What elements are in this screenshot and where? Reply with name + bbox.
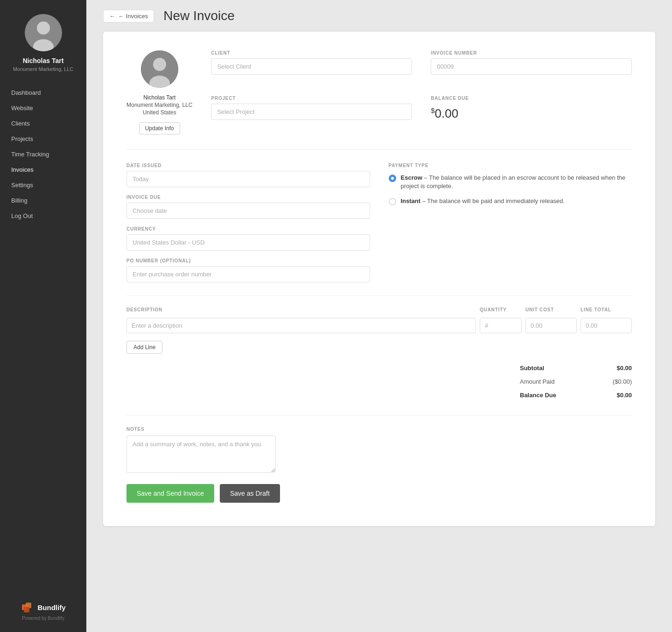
svg-point-1	[37, 21, 50, 35]
subtotal-label: Subtotal	[520, 365, 544, 372]
subtotal-row: Subtotal $0.00	[520, 361, 632, 375]
client-label: CLIENT	[211, 50, 412, 56]
project-field: PROJECT	[211, 96, 412, 134]
invoice-number-input[interactable]	[431, 58, 632, 75]
amount-paid-row: Amount Paid ($0.00)	[520, 375, 632, 388]
line-item-row	[126, 318, 632, 333]
payment-escrow-text: Escrow – The balance will be placed in a…	[401, 174, 632, 190]
invoice-number-label: INVOICE NUMBER	[431, 50, 632, 56]
sidebar-brand: Bundlify Powered by Bundlify	[21, 601, 66, 632]
update-info-button[interactable]: Update Info	[139, 122, 180, 134]
line-items-section: DESCRIPTION QUANTITY UNIT COST LINE TOTA…	[126, 295, 632, 402]
header-description: DESCRIPTION	[126, 307, 476, 312]
amount-paid-value: ($0.00)	[613, 378, 632, 385]
balance-due-total-label: Balance Due	[520, 392, 556, 399]
invoice-card: Nicholas Tart Monument Marketing, LLC Un…	[103, 32, 655, 526]
balance-due-field: BALANCE DUE $0.00	[431, 96, 632, 134]
notes-label: NOTES	[126, 427, 632, 432]
payment-type-group: Escrow – The balance will be placed in a…	[389, 174, 632, 206]
sidebar-item-projects[interactable]: Projects	[0, 131, 86, 147]
client-input[interactable]	[211, 58, 412, 75]
back-arrow-icon: ←	[109, 13, 115, 20]
card-form-columns: CLIENT INVOICE NUMBER PROJECT BALANCE DU…	[211, 50, 632, 134]
sidebar-item-website[interactable]: Website	[0, 100, 86, 116]
main-header: ← ← Invoices New Invoice	[86, 0, 672, 32]
page-title: New Invoice	[163, 8, 235, 23]
card-user-country: United States	[143, 109, 176, 116]
balance-due-row: Balance Due $0.00	[520, 388, 632, 402]
date-issued-label: DATE ISSUED	[126, 163, 370, 168]
radio-escrow[interactable]	[389, 175, 396, 182]
svg-rect-5	[24, 607, 29, 612]
currency-field: CURRENCY	[126, 226, 370, 251]
middle-section: DATE ISSUED INVOICE DUE CURRENCY PO NUMB…	[126, 163, 632, 282]
invoice-number-field: INVOICE NUMBER	[431, 50, 632, 88]
card-avatar-column: Nicholas Tart Monument Marketing, LLC Un…	[126, 50, 192, 134]
sidebar-item-dashboard[interactable]: Dashboard	[0, 85, 86, 100]
line-items-header: DESCRIPTION QUANTITY UNIT COST LINE TOTA…	[126, 307, 632, 312]
description-input[interactable]	[126, 318, 476, 333]
save-draft-button[interactable]: Save as Draft	[220, 484, 280, 503]
totals-table: Subtotal $0.00 Amount Paid ($0.00) Balan…	[520, 361, 632, 402]
sidebar: Nicholas Tart Monument Marketing, LLC Da…	[0, 0, 86, 632]
invoice-due-field: INVOICE DUE	[126, 195, 370, 219]
sidebar-username: Nicholas Tart	[23, 57, 64, 64]
notes-textarea[interactable]	[126, 435, 276, 473]
sidebar-item-time-tracking[interactable]: Time Tracking	[0, 147, 86, 162]
amount-paid-label: Amount Paid	[520, 378, 554, 385]
po-label: PO NUMBER (OPTIONAL)	[126, 258, 370, 263]
payment-instant-text: Instant – The balance will be paid and i…	[401, 197, 565, 205]
quantity-input[interactable]	[480, 318, 522, 333]
radio-instant[interactable]	[389, 198, 396, 205]
sidebar-item-logout[interactable]: Log Out	[0, 208, 86, 224]
currency-label: CURRENCY	[126, 226, 370, 232]
save-send-button[interactable]: Save and Send Invoice	[126, 484, 214, 503]
invoice-due-input[interactable]	[126, 203, 370, 219]
main-content: ← ← Invoices New Invoice Nicholas Tart M…	[86, 0, 672, 632]
sidebar-item-billing[interactable]: Billing	[0, 193, 86, 208]
card-user-name: Nicholas Tart	[143, 94, 175, 101]
card-top-section: Nicholas Tart Monument Marketing, LLC Un…	[126, 50, 632, 134]
add-line-button[interactable]: Add Line	[126, 341, 162, 354]
header-line-total: LINE TOTAL	[581, 307, 632, 312]
project-label: PROJECT	[211, 96, 412, 101]
unit-cost-input[interactable]	[525, 318, 577, 333]
date-issued-input[interactable]	[126, 171, 370, 187]
project-input[interactable]	[211, 104, 412, 120]
back-button[interactable]: ← ← Invoices	[103, 10, 154, 22]
balance-due-total-value: $0.00	[616, 392, 632, 399]
po-field: PO NUMBER (OPTIONAL)	[126, 258, 370, 282]
balance-due-label: BALANCE DUE	[431, 96, 632, 101]
sidebar-company: Monument Marketing, LLC	[13, 66, 74, 72]
currency-input[interactable]	[126, 234, 370, 251]
back-label: ← Invoices	[118, 13, 148, 20]
card-avatar	[141, 50, 178, 88]
subtotal-value: $0.00	[616, 365, 632, 372]
invoice-due-label: INVOICE DUE	[126, 195, 370, 200]
notes-section: NOTES	[126, 415, 632, 475]
line-total-input[interactable]	[581, 318, 632, 333]
card-user-company: Monument Marketing, LLC	[126, 102, 192, 108]
header-unit-cost: UNIT COST	[525, 307, 577, 312]
sidebar-navigation: Dashboard Website Clients Projects Time …	[0, 85, 86, 224]
right-fields: PAYMENT TYPE Escrow – The balance will b…	[389, 163, 632, 282]
brand-name: Bundlify	[38, 604, 66, 611]
totals-section: Subtotal $0.00 Amount Paid ($0.00) Balan…	[126, 361, 632, 402]
header-quantity: QUANTITY	[480, 307, 522, 312]
sidebar-avatar	[25, 14, 62, 51]
balance-due-amount: $0.00	[431, 106, 632, 121]
payment-option-instant[interactable]: Instant – The balance will be paid and i…	[389, 197, 632, 205]
sidebar-item-clients[interactable]: Clients	[0, 116, 86, 131]
action-buttons: Save and Send Invoice Save as Draft	[126, 484, 632, 503]
date-issued-field: DATE ISSUED	[126, 163, 370, 187]
payment-type-label: PAYMENT TYPE	[389, 163, 632, 168]
left-fields: DATE ISSUED INVOICE DUE CURRENCY PO NUMB…	[126, 163, 370, 282]
client-field: CLIENT	[211, 50, 412, 88]
po-input[interactable]	[126, 266, 370, 282]
svg-point-7	[153, 58, 166, 71]
payment-option-escrow[interactable]: Escrow – The balance will be placed in a…	[389, 174, 632, 190]
brand-powered: Powered by Bundlify	[22, 616, 64, 621]
sidebar-item-settings[interactable]: Settings	[0, 177, 86, 193]
sidebar-item-invoices[interactable]: Invoices	[0, 162, 86, 177]
